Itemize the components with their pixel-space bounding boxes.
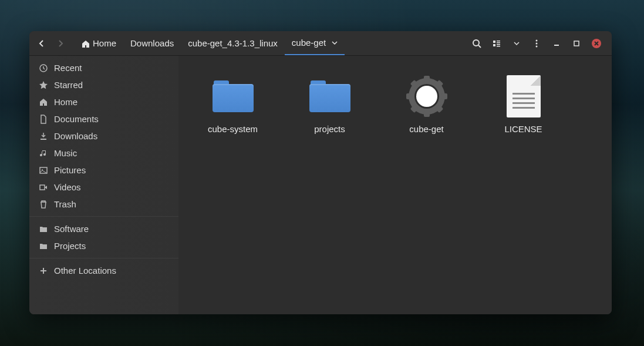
clock-icon <box>39 63 48 73</box>
maximize-icon <box>573 40 580 47</box>
file-manager-window: HomeDownloadscube-get_4.3-1.3_linuxcube-… <box>29 31 612 314</box>
svg-rect-19 <box>441 93 447 99</box>
headerbar: HomeDownloadscube-get_4.3-1.3_linuxcube-… <box>29 31 612 56</box>
sidebar-item[interactable]: Starred <box>29 76 178 93</box>
file-grid: cube-systemprojects cube-getLICENSE <box>178 56 612 314</box>
svg-rect-6 <box>497 46 500 47</box>
sidebar-item[interactable]: Projects <box>29 237 178 254</box>
sidebar-item[interactable]: Downloads <box>29 127 178 145</box>
svg-rect-4 <box>493 44 495 46</box>
breadcrumb: HomeDownloadscube-get_4.3-1.3_linuxcube-… <box>74 31 466 55</box>
sidebar: RecentStarredHomeDocumentsDownloadsMusic… <box>29 56 178 314</box>
maximize-button[interactable] <box>567 35 586 52</box>
breadcrumb-segment[interactable]: cube-get_4.3-1.3_linux <box>181 31 285 55</box>
svg-point-8 <box>536 42 538 44</box>
home-icon <box>39 98 48 107</box>
sidebar-item[interactable]: Videos <box>29 179 178 196</box>
breadcrumb-segment[interactable]: Home <box>74 31 123 55</box>
kebab-menu-icon <box>532 39 541 48</box>
sidebar-item[interactable]: Recent <box>29 59 178 76</box>
sidebar-item-label: Recent <box>54 63 82 73</box>
chevron-right-icon <box>56 39 65 48</box>
svg-point-0 <box>473 40 479 46</box>
text-file-icon <box>501 73 547 119</box>
item-label: LICENSE <box>504 124 542 134</box>
svg-rect-10 <box>554 45 559 46</box>
sidebar-item-label: Software <box>54 224 89 234</box>
close-button[interactable] <box>587 35 606 52</box>
folder-icon <box>210 73 256 119</box>
svg-point-9 <box>536 45 538 47</box>
sidebar-item-label: Documents <box>54 114 99 124</box>
download-icon <box>39 132 48 141</box>
item-label: cube-system <box>208 124 258 134</box>
sidebar-item-label: Trash <box>54 199 76 209</box>
minimize-button[interactable] <box>547 35 566 52</box>
executable-icon <box>404 73 450 119</box>
sidebar-item-label: Other Locations <box>54 266 116 276</box>
svg-rect-21 <box>424 111 430 117</box>
sidebar-item-label: Videos <box>54 182 81 192</box>
breadcrumb-label: cube-get <box>292 38 326 48</box>
search-button[interactable] <box>467 35 486 52</box>
sidebar-item[interactable]: Software <box>29 220 178 237</box>
search-icon <box>472 39 481 48</box>
svg-rect-3 <box>497 42 500 43</box>
sidebar-item[interactable]: Documents <box>29 110 178 127</box>
view-toggle-button[interactable] <box>487 35 506 52</box>
sidebar-item[interactable]: Pictures <box>29 162 178 179</box>
video-icon <box>39 183 48 192</box>
close-icon <box>591 38 602 49</box>
window-body: RecentStarredHomeDocumentsDownloadsMusic… <box>29 56 612 314</box>
sidebar-item[interactable]: Music <box>29 145 178 162</box>
breadcrumb-label: Home <box>93 38 116 48</box>
sidebar-item[interactable]: Home <box>29 93 178 110</box>
chevron-down-icon <box>332 40 338 46</box>
folder-icon <box>307 73 353 119</box>
music-icon <box>39 149 48 158</box>
folder-item[interactable]: projects <box>281 68 378 140</box>
sidebar-item-label: Pictures <box>54 165 86 175</box>
item-label: projects <box>314 124 345 134</box>
trash-icon <box>39 200 48 209</box>
breadcrumb-segment[interactable]: cube-get <box>285 31 345 55</box>
svg-rect-5 <box>497 44 500 45</box>
folder-icon <box>39 224 48 234</box>
file-icon <box>39 115 48 124</box>
svg-rect-1 <box>493 41 495 43</box>
sidebar-separator <box>29 258 178 258</box>
breadcrumb-label: cube-get_4.3-1.3_linux <box>188 38 278 48</box>
svg-rect-2 <box>497 41 500 42</box>
breadcrumb-segment[interactable]: Downloads <box>123 31 181 55</box>
svg-point-18 <box>416 86 437 107</box>
sidebar-item-label: Music <box>54 148 77 158</box>
minimize-icon <box>553 40 560 47</box>
plus-icon <box>39 266 48 276</box>
svg-point-7 <box>536 39 538 41</box>
sidebar-item-label: Home <box>54 97 77 107</box>
svg-rect-23 <box>406 93 412 99</box>
header-controls <box>467 35 608 52</box>
sidebar-item-label: Projects <box>54 241 86 251</box>
svg-rect-14 <box>41 139 46 140</box>
sidebar-item[interactable]: Trash <box>29 196 178 213</box>
file-item[interactable]: cube-get <box>378 68 475 140</box>
back-button[interactable] <box>33 35 50 52</box>
image-icon <box>39 166 48 175</box>
folder-icon <box>39 241 48 251</box>
forward-button[interactable] <box>52 35 69 52</box>
sidebar-item[interactable]: Other Locations <box>29 262 178 279</box>
home-icon <box>81 39 90 49</box>
chevron-left-icon <box>37 39 46 48</box>
folder-item[interactable]: cube-system <box>184 68 281 140</box>
item-label: cube-get <box>409 124 443 134</box>
svg-rect-25 <box>424 76 430 82</box>
chevron-down-icon <box>514 41 520 46</box>
menu-button[interactable] <box>527 35 546 52</box>
list-view-icon <box>492 39 501 48</box>
file-item[interactable]: LICENSE <box>475 68 572 140</box>
view-options-button[interactable] <box>507 35 526 52</box>
sidebar-separator <box>29 216 178 217</box>
breadcrumb-label: Downloads <box>130 38 174 48</box>
svg-rect-17 <box>40 185 45 190</box>
